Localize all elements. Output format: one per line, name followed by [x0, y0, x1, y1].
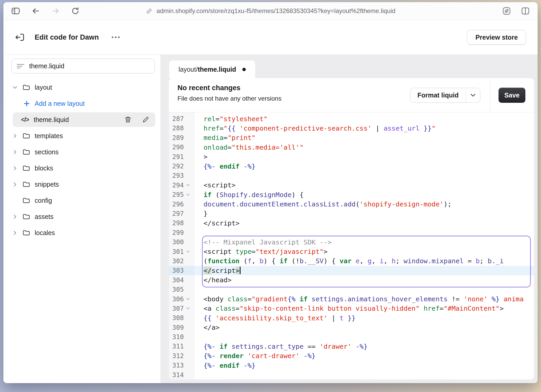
sidebar-item-label: locales — [35, 229, 55, 237]
code-line: 310 — [169, 332, 534, 341]
url-bar[interactable]: admin.shopify.com/store/rzq1xu-f5/themes… — [146, 2, 396, 20]
folder-icon — [22, 148, 30, 156]
code-line-text: onload="this.media='all'" — [194, 143, 534, 152]
sidebar-item-label: sections — [35, 148, 59, 156]
line-number: 303 — [172, 267, 184, 274]
code-line-text: href="{{ 'component-predictive-search.cs… — [194, 124, 534, 133]
code-line: 292 {%- endif -%} — [169, 161, 534, 171]
code-line-text — [194, 370, 534, 379]
code-file-icon: </> — [21, 116, 29, 123]
line-number: 286 — [172, 112, 184, 113]
line-number: 307 — [172, 305, 184, 312]
save-button[interactable]: Save — [499, 88, 525, 103]
fold-chevron-icon[interactable] — [186, 184, 190, 186]
line-number: 299 — [172, 229, 184, 236]
sidebar-item-sections[interactable]: sections — [3, 144, 161, 160]
code-line: 304</head> — [169, 275, 534, 285]
file-tree: layoutAdd a new layout</>theme.liquidtem… — [3, 79, 161, 241]
fold-chevron-icon[interactable] — [186, 307, 190, 310]
code-line-text: {%- endif -%} — [194, 161, 534, 171]
back-icon[interactable] — [32, 7, 40, 15]
sidebar-item-label: snippets — [35, 181, 59, 188]
code-line-text: </script> — [194, 218, 534, 228]
sidebar-item-label: templates — [35, 132, 63, 140]
line-number: 313 — [172, 362, 184, 369]
code-line: 313 {%- endif -%} — [169, 361, 534, 370]
code-line-text: document.documentElement.classList.add('… — [194, 199, 534, 209]
code-line-text: </head> — [194, 275, 534, 285]
code-line: 288 href="{{ 'component-predictive-searc… — [169, 124, 534, 133]
delete-file-icon[interactable] — [124, 116, 132, 124]
sidebar-item-locales[interactable]: locales — [3, 225, 161, 241]
code-line: 302 (function (f, b) { if (!b.__SV) { va… — [169, 256, 534, 266]
editor-card-header: No recent changes File does not have any… — [169, 78, 534, 112]
code-line-text: </a> — [194, 323, 534, 332]
sidebar-item-config[interactable]: config — [3, 192, 161, 209]
forward-icon[interactable] — [51, 7, 60, 15]
tab-theme-liquid[interactable]: layout/theme.liquid — [169, 60, 255, 78]
sidebar-item-snippets[interactable]: snippets — [3, 176, 161, 192]
filter-icon — [17, 63, 24, 70]
file-item-theme-liquid[interactable]: </>theme.liquid — [13, 112, 155, 127]
code-line: 312 {%- render 'cart-drawer' -%} — [169, 351, 534, 360]
page-settings-icon[interactable] — [502, 7, 511, 15]
code-line-text: {%- endif -%} — [194, 361, 534, 370]
code-line-text — [194, 332, 534, 341]
fold-chevron-icon[interactable] — [186, 193, 190, 196]
code-editor[interactable]: 286 <link287 rel="stylesheet"288 href="{… — [169, 112, 534, 379]
code-line-text: {%- render 'cart-drawer' -%} — [194, 351, 534, 360]
line-number: 308 — [172, 314, 184, 322]
code-line: 290 onload="this.media='all'" — [169, 143, 534, 152]
sidebar-item-assets[interactable]: assets — [3, 209, 161, 225]
rename-file-icon[interactable] — [142, 116, 150, 124]
code-line-text: <a class="skip-to-content-link button vi… — [194, 304, 534, 313]
sidebar-item-layout[interactable]: layout — [3, 79, 161, 95]
code-line-text: rel="stylesheet" — [194, 114, 534, 123]
app-header: Edit code for Dawn Preview store — [3, 20, 538, 55]
link-icon — [146, 8, 153, 15]
code-line: 308 {{ 'accessibility.skip_to_text' | t … — [169, 313, 534, 323]
sidebar-item-blocks[interactable]: blocks — [3, 160, 161, 176]
editor-tabbar: layout/theme.liquid — [161, 55, 538, 78]
reload-icon[interactable] — [71, 7, 79, 15]
folder-icon — [22, 83, 30, 91]
file-search-input[interactable] — [29, 62, 149, 70]
sidebar-item-templates[interactable]: templates — [3, 128, 161, 144]
chevron-right-icon — [12, 166, 18, 171]
line-number: 294 — [172, 181, 184, 189]
folder-icon — [22, 164, 30, 172]
chevron-right-icon — [12, 149, 18, 155]
chevron-right-icon — [12, 133, 18, 139]
more-actions-icon[interactable] — [110, 34, 122, 40]
code-line: 305 — [169, 285, 534, 294]
code-line: 293 — [169, 171, 534, 180]
code-line: 307 <a class="skip-to-content-link butto… — [169, 304, 534, 313]
code-line-text — [194, 171, 534, 180]
exit-code-editor-icon[interactable] — [14, 32, 25, 43]
line-number: 297 — [172, 210, 184, 217]
add-layout-label: Add a new layout — [35, 100, 85, 107]
code-line-text: if (Shopify.designMode) { — [194, 190, 534, 199]
code-line-text: (function (f, b) { if (!b.__SV) { var e,… — [194, 256, 534, 266]
folder-icon — [22, 197, 30, 205]
sidebar-item-label: config — [35, 197, 52, 204]
code-line: 303 </script> — [169, 266, 534, 275]
split-view-icon[interactable] — [521, 7, 530, 15]
code-line: 298 </script> — [169, 218, 534, 228]
fold-chevron-icon[interactable] — [186, 250, 190, 253]
add-layout-button[interactable]: Add a new layout — [3, 95, 161, 112]
url-text: admin.shopify.com/store/rzq1xu-f5/themes… — [157, 7, 396, 15]
preview-store-button[interactable]: Preview store — [467, 30, 526, 45]
format-options-button[interactable] — [466, 88, 480, 102]
line-number: 288 — [172, 124, 184, 132]
browser-toolbar: admin.shopify.com/store/rzq1xu-f5/themes… — [3, 2, 538, 20]
code-line: 311 {%- if settings.cart_type == 'drawer… — [169, 342, 534, 351]
code-line: 291 > — [169, 152, 534, 161]
format-liquid-button[interactable]: Format liquid — [410, 88, 466, 102]
code-line-text — [194, 285, 534, 294]
file-search-box — [11, 59, 155, 74]
fold-chevron-icon[interactable] — [186, 298, 190, 300]
unsaved-changes-dot — [242, 68, 246, 71]
sidebar-toggle-icon[interactable] — [11, 7, 20, 15]
line-number: 305 — [172, 286, 184, 293]
